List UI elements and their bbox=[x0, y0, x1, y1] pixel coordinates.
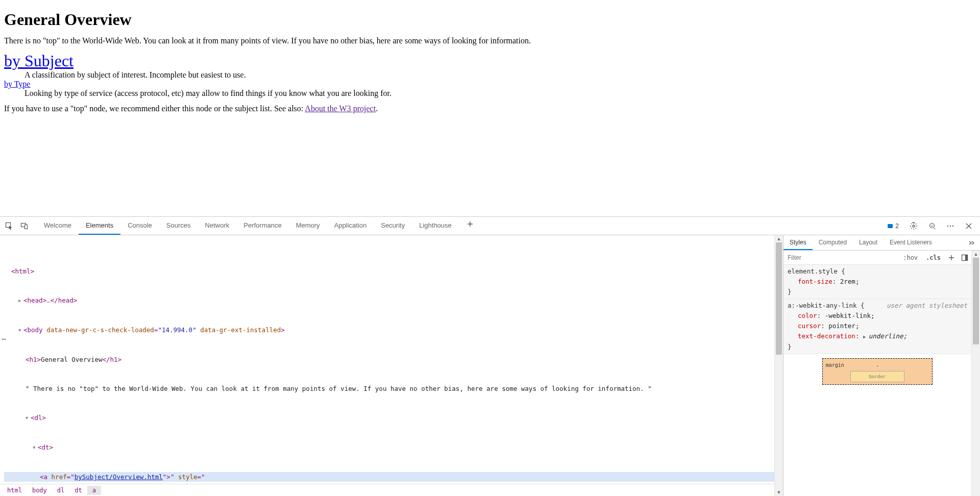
svg-rect-13 bbox=[965, 255, 968, 260]
close-devtools-icon[interactable] bbox=[962, 219, 976, 233]
outro-paragraph: If you have to use a "top" node, we reco… bbox=[4, 104, 976, 113]
svg-point-7 bbox=[931, 225, 932, 225]
by-subject-desc: A classification by subject of interest.… bbox=[24, 70, 976, 80]
feedback-icon[interactable] bbox=[925, 219, 939, 233]
devtools-right-controls: 2 bbox=[884, 219, 978, 233]
intro-paragraph: There is no "top" to the World-Wide Web.… bbox=[4, 36, 976, 45]
devtools-body: ⋯ <html> ▶<head>…</head> ▼<body data-new… bbox=[0, 235, 980, 496]
tab-lighthouse[interactable]: Lighthouse bbox=[412, 217, 459, 235]
svg-point-11 bbox=[952, 225, 953, 226]
styles-filter-input[interactable] bbox=[783, 254, 899, 261]
tab-memory[interactable]: Memory bbox=[289, 217, 327, 235]
settings-gear-icon[interactable] bbox=[906, 219, 921, 233]
by-type-link[interactable]: by Type bbox=[4, 80, 30, 88]
crumb-a[interactable]: a bbox=[87, 486, 101, 495]
dom-scrollbar[interactable]: ▲ ▼ bbox=[774, 235, 783, 496]
crumb-dt[interactable]: dt bbox=[69, 486, 87, 495]
device-toggle-icon[interactable] bbox=[17, 219, 32, 233]
computed-sidebar-icon[interactable] bbox=[958, 254, 971, 261]
crumb-body[interactable]: body bbox=[27, 486, 52, 495]
svg-point-8 bbox=[933, 225, 933, 225]
tab-elements[interactable]: Elements bbox=[79, 217, 120, 235]
svg-point-9 bbox=[947, 225, 948, 226]
dom-tree[interactable]: ⋯ <html> ▶<head>…</head> ▼<body data-new… bbox=[0, 235, 774, 484]
by-subject-link[interactable]: by Subject bbox=[4, 52, 74, 70]
scroll-up-icon[interactable]: ▲ bbox=[775, 236, 783, 241]
tab-security[interactable]: Security bbox=[374, 217, 412, 235]
tab-welcome[interactable]: Welcome bbox=[37, 217, 79, 235]
styles-tabs: Styles Computed Layout Event Listeners bbox=[783, 235, 980, 251]
svg-rect-3 bbox=[888, 224, 893, 228]
crumb-dl[interactable]: dl bbox=[52, 486, 69, 495]
tab-network[interactable]: Network bbox=[198, 217, 237, 235]
scroll-thumb[interactable] bbox=[776, 242, 782, 355]
svg-point-5 bbox=[913, 225, 915, 227]
about-w3-link[interactable]: About the W3 project bbox=[305, 104, 376, 113]
styles-tab-eventlisteners[interactable]: Event Listeners bbox=[884, 235, 938, 250]
issue-dot-icon bbox=[887, 223, 893, 229]
new-style-rule-icon[interactable] bbox=[945, 254, 958, 261]
outro-before: If you have to use a "top" node, we reco… bbox=[4, 104, 305, 113]
devtools: Welcome Elements Console Sources Network… bbox=[0, 216, 980, 496]
devtools-tabs: Welcome Elements Console Sources Network… bbox=[37, 217, 883, 235]
svg-point-6 bbox=[930, 223, 935, 228]
svg-rect-2 bbox=[25, 225, 28, 229]
hov-toggle[interactable]: :hov bbox=[899, 254, 922, 261]
rule-ua-anylink[interactable]: user agent stylesheet a:-webkit-any-link… bbox=[783, 299, 971, 354]
styles-tab-computed[interactable]: Computed bbox=[813, 235, 853, 250]
dom-panel: ⋯ <html> ▶<head>…</head> ▼<body data-new… bbox=[0, 235, 774, 496]
box-margin-top: - bbox=[850, 361, 905, 371]
svg-point-10 bbox=[950, 225, 951, 226]
more-menu-icon[interactable] bbox=[943, 219, 958, 233]
styles-tab-styles[interactable]: Styles bbox=[783, 235, 813, 250]
issues-badge[interactable]: 2 bbox=[884, 221, 902, 231]
box-margin-label: margin bbox=[826, 360, 844, 370]
selected-dom-line[interactable]: <a href="bySubject/Overview.html">" styl… bbox=[4, 472, 774, 482]
issue-count: 2 bbox=[895, 222, 899, 230]
rule-element-style[interactable]: element.style { font-size: 2rem; } bbox=[783, 265, 971, 299]
devtools-tabbar: Welcome Elements Console Sources Network… bbox=[0, 217, 980, 235]
tab-application[interactable]: Application bbox=[327, 217, 374, 235]
styles-scrollbar[interactable]: ▲ bbox=[971, 251, 980, 496]
box-border: border bbox=[850, 371, 905, 382]
outro-after: . bbox=[376, 104, 378, 113]
cls-toggle[interactable]: .cls bbox=[922, 254, 945, 261]
styles-filterbar: :hov .cls bbox=[783, 251, 971, 265]
scroll-down-icon[interactable]: ▼ bbox=[775, 490, 783, 495]
dom-kebab-icon[interactable]: ⋯ bbox=[0, 334, 9, 344]
box-model: margin - border bbox=[783, 354, 971, 389]
crumb-html[interactable]: html bbox=[2, 486, 27, 495]
page-heading: General Overview bbox=[4, 10, 976, 29]
dom-breadcrumb: html body dl dt a bbox=[0, 484, 774, 496]
styles-rules[interactable]: element.style { font-size: 2rem; } user … bbox=[783, 265, 971, 496]
tab-sources[interactable]: Sources bbox=[159, 217, 198, 235]
styles-panel: Styles Computed Layout Event Listeners :… bbox=[783, 235, 980, 496]
definition-list: by Subject A classification by subject o… bbox=[4, 52, 976, 98]
tab-console[interactable]: Console bbox=[120, 217, 159, 235]
tab-performance[interactable]: Performance bbox=[236, 217, 288, 235]
inspect-icon[interactable] bbox=[2, 219, 16, 233]
styles-more-icon[interactable] bbox=[963, 239, 980, 246]
page-content: General Overview There is no "top" to th… bbox=[0, 0, 980, 216]
by-type-desc: Looking by type of service (access proto… bbox=[24, 89, 976, 98]
styles-tab-layout[interactable]: Layout bbox=[853, 235, 884, 250]
add-tab-icon[interactable] bbox=[463, 217, 477, 231]
